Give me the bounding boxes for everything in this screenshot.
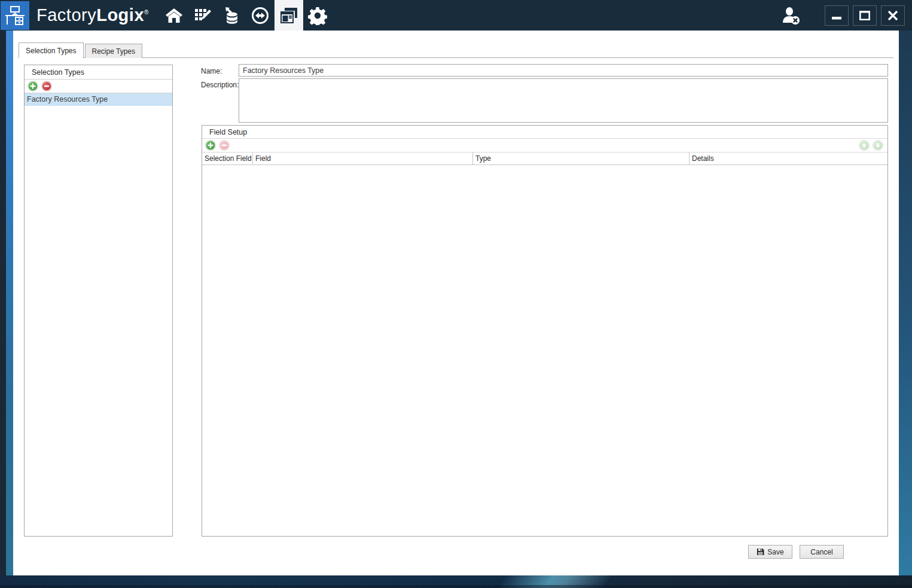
selection-types-panel-title: Selection Types [25, 65, 172, 80]
field-setup-group: Field Setup [202, 125, 888, 537]
forms-icon[interactable] [274, 0, 303, 31]
close-button[interactable] [881, 5, 905, 26]
move-field-down-button[interactable] [873, 141, 883, 150]
tab-selection-types[interactable]: Selection Types [19, 42, 84, 58]
column-header-field[interactable]: Field [253, 153, 473, 164]
field-grid-body [202, 166, 887, 536]
description-label: Description: [201, 81, 239, 89]
app-window: FactoryLogix® [0, 0, 912, 588]
titlebar-nav [160, 0, 332, 31]
name-label: Name: [201, 67, 222, 75]
database-import-icon[interactable] [217, 0, 246, 31]
cancel-button-label: Cancel [810, 548, 832, 556]
bottom-bar-edge [0, 585, 912, 588]
tab-recipe-types[interactable]: Recipe Types [85, 44, 143, 58]
window-frame-bottom [0, 575, 912, 588]
titlebar-right [776, 0, 912, 31]
tabpage-selection-types: Selection Types Factory Resources Type N… [19, 57, 893, 567]
add-selection-type-button[interactable] [28, 81, 38, 91]
brand-logo: FactoryLogix® [36, 5, 149, 25]
window-frame-left [0, 31, 6, 575]
column-header-selection-field[interactable]: Selection Field [202, 153, 253, 164]
user-logout-icon[interactable] [776, 0, 807, 31]
minimize-button[interactable] [825, 5, 849, 26]
maximize-button[interactable] [853, 5, 877, 26]
app-logo-icon [1, 1, 29, 30]
description-input[interactable] [239, 78, 888, 123]
field-setup-title: Field Setup [202, 126, 887, 139]
add-field-button[interactable] [206, 141, 215, 150]
window-frame-right [899, 31, 912, 575]
move-field-up-button[interactable] [859, 141, 869, 150]
grid-edit-icon[interactable] [188, 0, 217, 31]
selection-types-panel: Selection Types Factory Resources Type [24, 65, 173, 537]
list-item-factory-resources-type[interactable]: Factory Resources Type [25, 93, 172, 106]
save-button-label: Save [767, 548, 783, 556]
type-form: Name: Description: Field Setup [184, 58, 888, 567]
selection-types-toolbar [25, 80, 172, 93]
transfer-icon[interactable] [246, 0, 274, 31]
save-disk-icon [757, 548, 764, 556]
save-button[interactable]: Save [748, 545, 792, 559]
field-grid-header: Selection Field Field Type Details [202, 153, 887, 165]
cancel-button[interactable]: Cancel [800, 545, 844, 559]
column-header-details[interactable]: Details [690, 153, 887, 164]
remove-selection-type-button[interactable] [42, 81, 51, 91]
window-frame-left-accent [6, 31, 13, 575]
titlebar: FactoryLogix® [0, 0, 912, 31]
remove-field-button[interactable] [219, 141, 229, 150]
tabstrip: Selection Types Recipe Types [19, 42, 144, 58]
name-input[interactable] [239, 64, 888, 77]
settings-gear-icon[interactable] [303, 0, 332, 31]
column-header-type[interactable]: Type [473, 153, 690, 164]
main-content: Selection Types Recipe Types Selection T… [13, 31, 899, 575]
home-icon[interactable] [160, 0, 188, 31]
field-setup-toolbar [202, 139, 887, 153]
